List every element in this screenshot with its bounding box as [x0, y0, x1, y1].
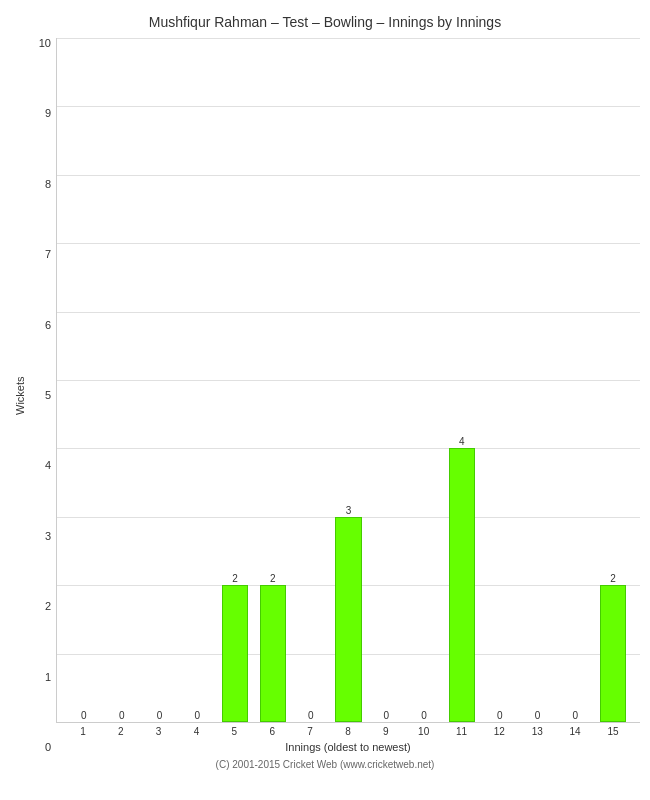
bar-group: 0 — [367, 38, 405, 722]
bar — [222, 585, 248, 722]
bar — [600, 585, 626, 722]
footer: (C) 2001-2015 Cricket Web (www.cricketwe… — [216, 759, 435, 770]
plot-area: 000022030040002 123456789101112131415 In… — [56, 38, 640, 753]
bar-value-label: 0 — [421, 710, 427, 721]
bar-group: 0 — [178, 38, 216, 722]
bar-group: 0 — [141, 38, 179, 722]
bar-group: 0 — [519, 38, 557, 722]
bar-group: 2 — [254, 38, 292, 722]
y-axis-label: Wickets — [10, 38, 28, 753]
y-tick: 8 — [45, 179, 51, 190]
y-tick: 7 — [45, 249, 51, 260]
y-axis: 109876543210 — [28, 38, 56, 753]
y-tick: 5 — [45, 390, 51, 401]
bar — [260, 585, 286, 722]
bar-value-label: 0 — [195, 710, 201, 721]
chart-area: Wickets 109876543210 000022030040002 123… — [10, 38, 640, 753]
x-tick: 14 — [556, 723, 594, 737]
x-tick: 13 — [518, 723, 556, 737]
bar-value-label: 0 — [157, 710, 163, 721]
bar-group: 0 — [292, 38, 330, 722]
x-tick: 5 — [215, 723, 253, 737]
bar-value-label: 0 — [119, 710, 125, 721]
bar-group: 0 — [405, 38, 443, 722]
x-tick: 10 — [405, 723, 443, 737]
grid-and-bars: 000022030040002 — [56, 38, 640, 723]
bar-value-label: 2 — [610, 573, 616, 584]
y-tick: 0 — [45, 742, 51, 753]
x-tick: 15 — [594, 723, 632, 737]
x-tick: 8 — [329, 723, 367, 737]
x-tick: 4 — [178, 723, 216, 737]
x-tick: 12 — [480, 723, 518, 737]
bar-group: 2 — [216, 38, 254, 722]
bar-value-label: 0 — [572, 710, 578, 721]
bar-group: 3 — [330, 38, 368, 722]
bar-value-label: 0 — [383, 710, 389, 721]
bar-group: 0 — [65, 38, 103, 722]
bar-group: 0 — [481, 38, 519, 722]
x-tick: 2 — [102, 723, 140, 737]
y-tick: 3 — [45, 531, 51, 542]
x-axis: 123456789101112131415 — [56, 723, 640, 737]
y-tick: 6 — [45, 320, 51, 331]
y-tick: 9 — [45, 108, 51, 119]
bars-container: 000022030040002 — [57, 38, 640, 722]
bar-group: 2 — [594, 38, 632, 722]
bar-value-label: 0 — [308, 710, 314, 721]
x-tick: 3 — [140, 723, 178, 737]
bar-value-label: 2 — [270, 573, 276, 584]
bar — [335, 517, 361, 722]
x-tick: 11 — [443, 723, 481, 737]
bar-value-label: 4 — [459, 436, 465, 447]
bar-value-label: 0 — [497, 710, 503, 721]
x-tick: 7 — [291, 723, 329, 737]
bar-group: 4 — [443, 38, 481, 722]
y-tick: 10 — [39, 38, 51, 49]
bar-value-label: 0 — [81, 710, 87, 721]
x-tick: 9 — [367, 723, 405, 737]
x-tick: 1 — [64, 723, 102, 737]
bar-group: 0 — [556, 38, 594, 722]
chart-title: Mushfiqur Rahman – Test – Bowling – Inni… — [149, 14, 501, 30]
y-tick: 2 — [45, 601, 51, 612]
bar — [449, 448, 475, 722]
y-tick: 1 — [45, 672, 51, 683]
y-tick: 4 — [45, 460, 51, 471]
bar-value-label: 0 — [535, 710, 541, 721]
bar-group: 0 — [103, 38, 141, 722]
x-tick: 6 — [253, 723, 291, 737]
chart-container: Mushfiqur Rahman – Test – Bowling – Inni… — [0, 0, 650, 800]
x-axis-label: Innings (oldest to newest) — [56, 741, 640, 753]
bar-value-label: 3 — [346, 505, 352, 516]
bar-value-label: 2 — [232, 573, 238, 584]
